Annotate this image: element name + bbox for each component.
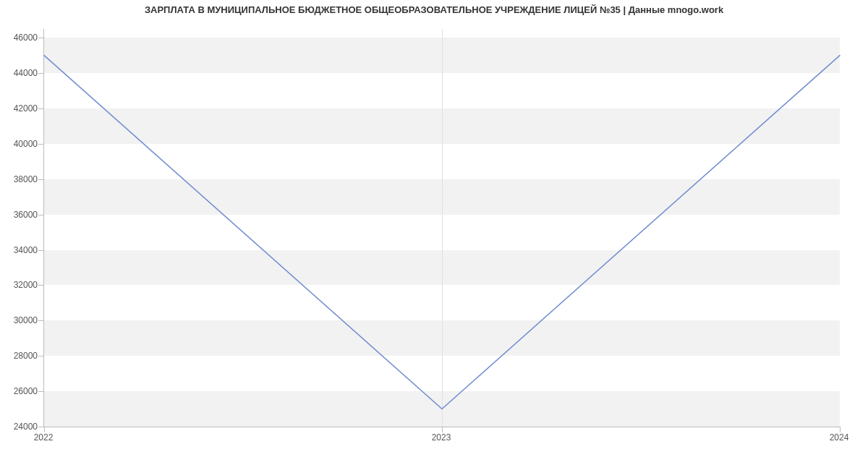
y-tick [38,108,44,109]
y-tick [38,391,44,392]
y-tick-label: 30000 [14,315,38,325]
line-series [44,29,840,427]
y-tick-label: 28000 [14,351,38,361]
x-tick [44,427,45,432]
y-tick [38,285,44,286]
x-tick-label: 2023 [432,432,451,443]
y-tick-label: 40000 [14,139,38,149]
y-tick [38,73,44,74]
y-tick-label: 34000 [14,245,38,255]
plot-area [43,29,840,427]
y-tick [38,215,44,215]
chart-container: ЗАРПЛАТА В МУНИЦИПАЛЬНОЕ БЮДЖЕТНОЕ ОБЩЕО… [0,0,868,470]
x-tick [442,427,443,432]
y-tick-label: 26000 [14,386,38,396]
x-tick [840,427,841,432]
y-tick [38,250,44,251]
y-tick [38,356,44,356]
y-tick-label: 44000 [14,68,38,78]
y-tick [38,179,44,180]
y-tick [38,427,44,427]
y-tick [38,144,44,145]
y-tick-label: 32000 [14,280,38,290]
chart-title: ЗАРПЛАТА В МУНИЦИПАЛЬНОЕ БЮДЖЕТНОЕ ОБЩЕО… [0,4,868,15]
x-tick-label: 2024 [830,432,849,443]
y-tick-label: 42000 [14,103,38,114]
y-tick [38,38,44,38]
y-tick-label: 36000 [14,210,38,220]
y-tick-label: 24000 [14,422,38,432]
y-tick-label: 46000 [14,33,38,43]
y-tick [38,320,44,321]
x-tick-label: 2022 [34,432,54,443]
y-tick-label: 38000 [14,174,38,184]
